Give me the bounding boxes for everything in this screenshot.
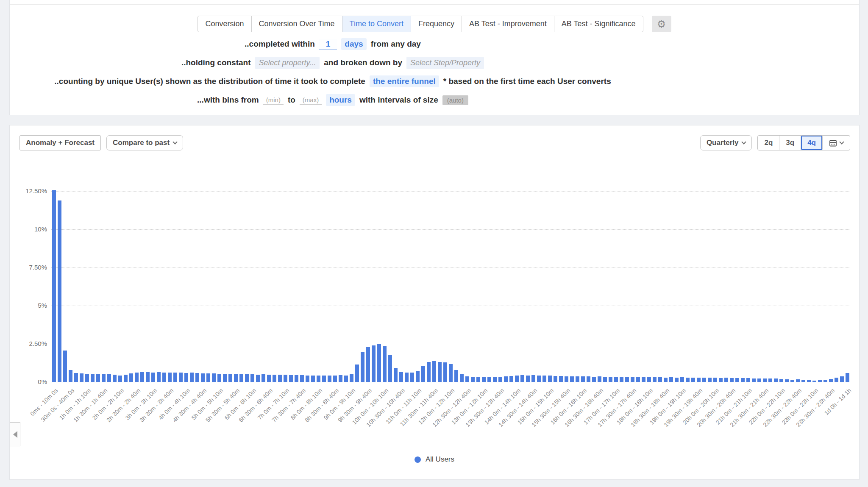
histogram-bar[interactable] — [300, 375, 304, 382]
histogram-bar[interactable] — [620, 377, 623, 382]
histogram-bar[interactable] — [840, 376, 844, 382]
histogram-bar[interactable] — [388, 355, 392, 382]
histogram-bar[interactable] — [554, 376, 557, 382]
histogram-bar[interactable] — [113, 375, 117, 382]
histogram-bar[interactable] — [625, 377, 629, 382]
histogram-bar[interactable] — [80, 373, 83, 382]
histogram-bar[interactable] — [162, 373, 166, 382]
histogram-bar[interactable] — [559, 376, 563, 382]
histogram-bar[interactable] — [537, 376, 541, 382]
histogram-bar[interactable] — [482, 377, 486, 382]
histogram-bar[interactable] — [680, 377, 684, 382]
histogram-bar[interactable] — [526, 376, 530, 382]
histogram-bar[interactable] — [779, 379, 783, 382]
histogram-bar[interactable] — [664, 378, 668, 382]
collapse-panel-button[interactable] — [10, 422, 20, 446]
histogram-bar[interactable] — [812, 381, 816, 382]
histogram-bar[interactable] — [344, 376, 348, 382]
select-property-dropdown[interactable]: Select property... — [255, 57, 320, 69]
histogram-bar[interactable] — [768, 378, 772, 382]
histogram-bar[interactable] — [752, 378, 756, 382]
range-3q-button[interactable]: 3q — [779, 136, 801, 150]
histogram-bar[interactable] — [443, 362, 447, 382]
histogram-bar[interactable] — [460, 374, 464, 382]
entire-funnel-dropdown[interactable]: the entire funnel — [370, 75, 439, 87]
histogram-bar[interactable] — [421, 366, 425, 382]
histogram-bar[interactable] — [58, 200, 61, 382]
histogram-bar[interactable] — [201, 373, 205, 382]
histogram-bar[interactable] — [366, 347, 370, 382]
histogram-bar[interactable] — [823, 380, 827, 382]
histogram-bar[interactable] — [581, 376, 585, 382]
histogram-bar[interactable] — [184, 373, 188, 382]
histogram-bar[interactable] — [614, 377, 618, 382]
histogram-bar[interactable] — [515, 376, 519, 382]
histogram-bar[interactable] — [284, 375, 287, 382]
histogram-bar[interactable] — [107, 374, 111, 382]
histogram-bar[interactable] — [129, 373, 133, 382]
histogram-bar[interactable] — [416, 371, 420, 382]
histogram-bar[interactable] — [168, 373, 172, 382]
histogram-bar[interactable] — [548, 376, 552, 382]
histogram-bar[interactable] — [118, 376, 122, 382]
histogram-bar[interactable] — [642, 377, 645, 382]
histogram-bar[interactable] — [609, 377, 612, 382]
histogram-bar[interactable] — [245, 374, 249, 382]
histogram-bar[interactable] — [713, 378, 717, 382]
histogram-bar[interactable] — [190, 373, 194, 382]
histogram-bar[interactable] — [686, 378, 690, 382]
histogram-bar[interactable] — [757, 378, 761, 382]
histogram-bar[interactable] — [746, 378, 750, 382]
histogram-bar[interactable] — [355, 365, 359, 382]
histogram-bar[interactable] — [465, 376, 469, 382]
compare-to-past-button[interactable]: Compare to past — [106, 135, 183, 150]
histogram-bar[interactable] — [493, 377, 497, 382]
histogram-bar[interactable] — [476, 377, 480, 382]
histogram-bar[interactable] — [587, 376, 590, 382]
histogram-bar[interactable] — [250, 374, 254, 382]
histogram-bar[interactable] — [835, 378, 838, 382]
histogram-bar[interactable] — [217, 374, 221, 382]
histogram-bar[interactable] — [410, 373, 414, 382]
histogram-bar[interactable] — [631, 377, 634, 382]
histogram-bar[interactable] — [124, 375, 128, 382]
histogram-bar[interactable] — [273, 375, 276, 382]
chart-legend[interactable]: All Users — [10, 455, 859, 464]
histogram-bar[interactable] — [333, 376, 337, 382]
histogram-bar[interactable] — [829, 379, 833, 382]
histogram-bar[interactable] — [790, 380, 794, 382]
histogram-bar[interactable] — [206, 373, 210, 382]
histogram-bar[interactable] — [796, 379, 800, 382]
histogram-bar[interactable] — [438, 362, 442, 382]
histogram-bar[interactable] — [774, 378, 778, 382]
histogram-bar[interactable] — [350, 374, 353, 382]
histogram-bar[interactable] — [598, 376, 601, 382]
bin-max-input[interactable]: (max) — [300, 95, 322, 105]
histogram-bar[interactable] — [724, 378, 728, 382]
histogram-bar[interactable] — [702, 378, 706, 382]
histogram-bar[interactable] — [372, 345, 376, 382]
histogram-bar[interactable] — [399, 372, 403, 382]
histogram-bar[interactable] — [653, 377, 657, 382]
bin-unit-dropdown[interactable]: hours — [326, 94, 355, 106]
histogram-bar[interactable] — [570, 376, 574, 382]
tab-ab-test-significance[interactable]: AB Test - Significance — [554, 16, 643, 32]
histogram-bar[interactable] — [69, 370, 72, 382]
histogram-bar[interactable] — [807, 380, 811, 382]
histogram-bar[interactable] — [818, 380, 822, 382]
histogram-bar[interactable] — [647, 377, 651, 382]
tab-time-to-convert[interactable]: Time to Convert — [342, 16, 411, 32]
tab-ab-test-improvement[interactable]: AB Test - Improvement — [462, 16, 554, 32]
histogram-bar[interactable] — [328, 376, 331, 382]
range-2q-button[interactable]: 2q — [758, 136, 779, 150]
histogram-bar[interactable] — [311, 376, 315, 382]
histogram-bar[interactable] — [432, 361, 436, 382]
histogram-bar[interactable] — [504, 376, 508, 382]
tab-conversion[interactable]: Conversion — [198, 16, 251, 32]
histogram-bar[interactable] — [735, 378, 739, 382]
histogram-bar[interactable] — [317, 376, 320, 382]
histogram-bar[interactable] — [531, 375, 535, 382]
tab-frequency[interactable]: Frequency — [411, 16, 462, 32]
conversion-window-unit-dropdown[interactable]: days — [341, 38, 366, 50]
histogram-bar[interactable] — [576, 376, 579, 382]
